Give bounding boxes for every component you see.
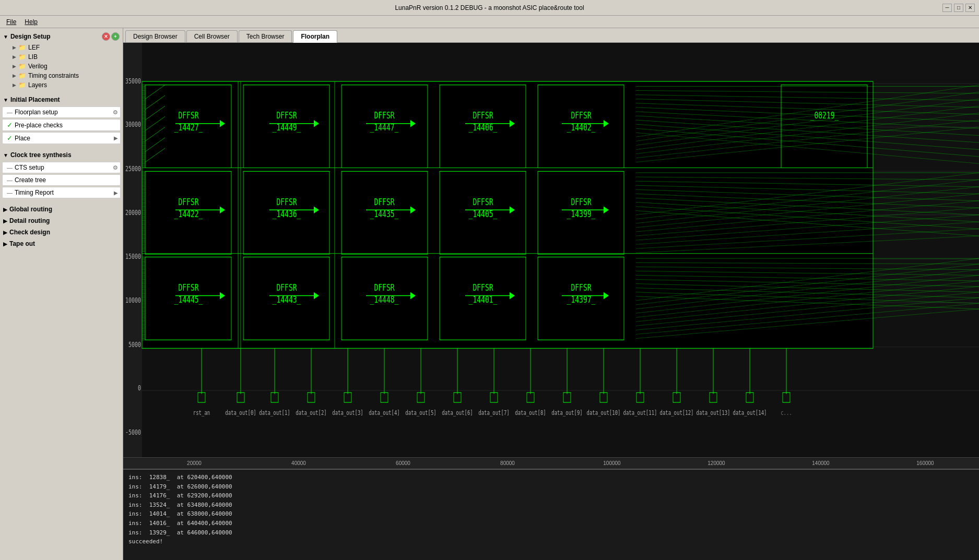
svg-text:-5000: -5000 <box>125 428 141 436</box>
menu-help[interactable]: Help <box>20 17 42 27</box>
svg-text:data_out[5]: data_out[5] <box>405 409 437 417</box>
svg-text:35000: 35000 <box>125 77 141 86</box>
svg-text:DFFSR: DFFSR <box>571 197 592 207</box>
svg-text:25000: 25000 <box>125 165 141 173</box>
svg-text:DFFSR: DFFSR <box>178 282 199 293</box>
svg-text:data_out[12]: data_out[12] <box>660 409 694 417</box>
window-title: LunaPnR version 0.1.2 DEBUG - a moonshot… <box>395 4 584 11</box>
svg-text:DFFSR: DFFSR <box>473 282 493 293</box>
sidebar-item-layers[interactable]: ▶ 📁 Layers <box>2 80 121 90</box>
svg-text:data_out[8]: data_out[8] <box>515 409 546 417</box>
svg-text:rst_an: rst_an <box>193 409 210 417</box>
canvas-container[interactable]: 35000 30000 25000 20000 15000 10000 5000… <box>123 43 979 457</box>
stage-cts-setup[interactable]: — CTS setup ⚙ <box>2 162 121 173</box>
clock-tree-arrow: ▼ <box>3 152 8 158</box>
svg-text:DFFSR: DFFSR <box>178 110 199 121</box>
design-setup-actions: ✕ + <box>102 32 120 41</box>
svg-text:DFFSR: DFFSR <box>276 197 297 207</box>
folder-icon: 📁 <box>18 63 26 70</box>
svg-text:c...: c... <box>781 409 792 417</box>
stage-create-tree[interactable]: — Create tree <box>2 174 121 186</box>
tab-tech-browser[interactable]: Tech Browser <box>239 30 292 42</box>
stage-timing-report[interactable]: — Timing Report ▶ <box>2 187 121 198</box>
detail-routing-label: Detail routing <box>9 217 50 224</box>
restore-button[interactable]: □ <box>954 4 963 12</box>
design-setup-section[interactable]: ▼ Design Setup ✕ + <box>2 30 121 43</box>
svg-text:DFFSR: DFFSR <box>571 110 592 121</box>
main-container: ▼ Design Setup ✕ + ▶ 📁 LEF ▶ 📁 LIB ▶ 📁 V… <box>0 28 979 560</box>
initial-placement-section[interactable]: ▼ Initial Placement <box>2 94 121 105</box>
svg-text:DFFSR: DFFSR <box>473 110 493 121</box>
gear-icon[interactable]: ⚙ <box>113 164 118 171</box>
check-icon: ✓ <box>7 134 13 142</box>
menu-bar: File Help <box>0 16 979 28</box>
svg-text:DFFSR: DFFSR <box>473 197 493 207</box>
x-label-160000: 160000 <box>916 460 934 466</box>
svg-text:data_out[13]: data_out[13] <box>697 409 730 417</box>
console-line-2: ins: 14179_ at 626000,640000 <box>128 482 974 492</box>
console-line-1: ins: 12838_ at 620400,640000 <box>128 473 974 482</box>
x-label-60000: 60000 <box>396 460 410 466</box>
tab-cell-browser[interactable]: Cell Browser <box>186 30 238 42</box>
sidebar-item-lef[interactable]: ▶ 📁 LEF <box>2 43 121 52</box>
sidebar-item-verilog[interactable]: ▶ 📁 Verilog <box>2 62 121 71</box>
tape-out-label: Tape out <box>9 240 35 247</box>
initial-placement-label: Initial Placement <box>10 96 60 103</box>
tab-bar: Design Browser Cell Browser Tech Browser… <box>123 28 979 43</box>
clock-tree-label: Clock tree synthesis <box>10 151 72 159</box>
sidebar-item-timing[interactable]: ▶ 📁 Timing constraints <box>2 71 121 80</box>
svg-text:data_out[14]: data_out[14] <box>733 409 767 417</box>
stage-pre-place-checks[interactable]: ✓ Pre-place checks <box>2 119 121 131</box>
check-design-label: Check design <box>9 229 50 236</box>
menu-file[interactable]: File <box>2 17 20 27</box>
svg-text:DFFSR: DFFSR <box>571 282 592 293</box>
stage-floorplan-setup[interactable]: — Floorplan setup ⚙ <box>2 106 121 118</box>
svg-text:data_out[1]: data_out[1] <box>259 409 290 417</box>
svg-text:data_out[2]: data_out[2] <box>296 409 327 417</box>
x-label-100000: 100000 <box>603 460 620 466</box>
console-line-5: ins: 14014_ at 638000,640000 <box>128 509 974 519</box>
svg-text:data_out[9]: data_out[9] <box>551 409 583 417</box>
svg-text:data_out[3]: data_out[3] <box>332 409 363 417</box>
global-routing-section[interactable]: ▶ Global routing <box>2 204 121 215</box>
design-setup-add-btn[interactable]: + <box>111 32 120 41</box>
content-area: Design Browser Cell Browser Tech Browser… <box>123 28 979 560</box>
close-button[interactable]: ✕ <box>965 4 975 12</box>
svg-text:DFFSR: DFFSR <box>374 197 395 207</box>
title-bar: LunaPnR version 0.1.2 DEBUG - a moonshot… <box>0 0 979 16</box>
gear-icon[interactable]: ⚙ <box>113 109 118 116</box>
svg-text:data_out[7]: data_out[7] <box>478 409 510 417</box>
x-label-40000: 40000 <box>291 460 306 466</box>
x-label-140000: 140000 <box>812 460 829 466</box>
design-setup-label: Design Setup <box>10 33 51 40</box>
tab-floorplan[interactable]: Floorplan <box>293 30 337 43</box>
svg-text:data_out[0]: data_out[0] <box>225 409 256 417</box>
tape-out-section[interactable]: ▶ Tape out <box>2 238 121 249</box>
global-routing-label: Global routing <box>9 206 52 213</box>
svg-text:DFFSR: DFFSR <box>374 110 395 121</box>
minimize-button[interactable]: ─ <box>942 4 952 12</box>
detail-routing-section[interactable]: ▶ Detail routing <box>2 215 121 227</box>
clock-tree-section[interactable]: ▼ Clock tree synthesis <box>2 149 121 161</box>
check-design-section[interactable]: ▶ Check design <box>2 227 121 238</box>
svg-text:data_out[6]: data_out[6] <box>442 409 473 417</box>
svg-text:DFFSR: DFFSR <box>374 282 395 293</box>
tab-design-browser[interactable]: Design Browser <box>125 30 185 42</box>
x-axis-ruler: 20000 40000 60000 80000 100000 120000 14… <box>123 457 979 469</box>
x-label-20000: 20000 <box>187 460 202 466</box>
console-area[interactable]: ins: 12838_ at 620400,640000 ins: 14179_… <box>123 469 979 560</box>
check-icon: ✓ <box>7 121 13 129</box>
stage-place[interactable]: ✓ Place ▶ <box>2 132 121 144</box>
folder-icon: 📁 <box>18 53 26 61</box>
svg-text:15000: 15000 <box>125 253 141 261</box>
svg-text:DFFSR: DFFSR <box>178 197 199 207</box>
svg-text:5000: 5000 <box>128 340 141 349</box>
svg-text:DFFSR: DFFSR <box>276 110 297 121</box>
console-line-6: ins: 14016_ at 640400,640000 <box>128 519 974 528</box>
floorplan-svg: 35000 30000 25000 20000 15000 10000 5000… <box>123 43 979 457</box>
sidebar-item-lib[interactable]: ▶ 📁 LIB <box>2 52 121 62</box>
svg-text:30000: 30000 <box>125 121 141 129</box>
svg-text:0: 0 <box>138 384 141 392</box>
svg-text:20000: 20000 <box>125 208 141 217</box>
design-setup-remove-btn[interactable]: ✕ <box>102 32 110 41</box>
